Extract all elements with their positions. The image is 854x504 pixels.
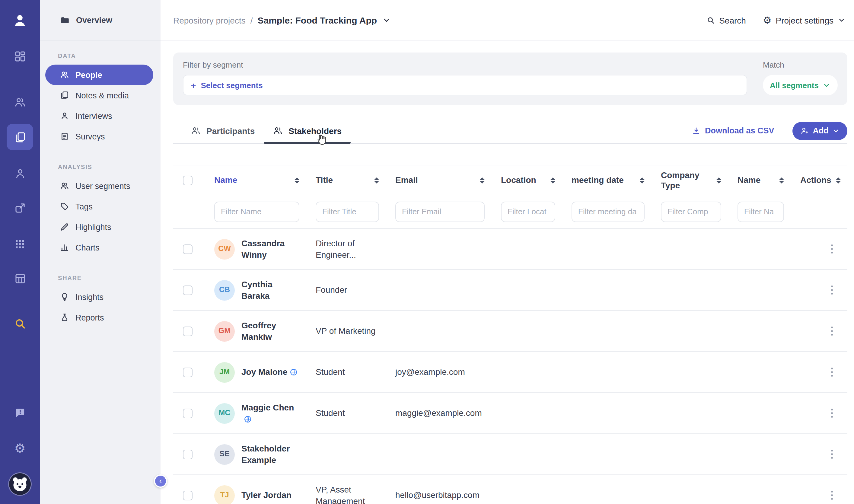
column-header-title[interactable]: Title [307, 175, 386, 185]
column-header-name[interactable]: Name [205, 175, 307, 185]
row-checkbox[interactable] [183, 244, 193, 254]
filter-meeting-date-input[interactable] [571, 201, 644, 222]
tab-participants[interactable]: Participants [182, 118, 264, 143]
sidebar-item-insights[interactable]: Insights [45, 287, 153, 307]
main-panel: Repository projects / Sample: Food Track… [161, 0, 854, 504]
row-checkbox[interactable] [183, 490, 193, 500]
add-label: Add [813, 126, 829, 135]
row-checkbox[interactable] [183, 367, 193, 377]
row-checkbox[interactable] [183, 285, 193, 295]
user-avatar[interactable] [9, 473, 31, 495]
sidebar-collapse-button[interactable]: ‹ [154, 474, 167, 488]
table-row[interactable]: GMGeoffrey Mankiw VP of Marketing [173, 310, 847, 351]
tab-label: Stakeholders [289, 126, 342, 136]
tab-stakeholders[interactable]: Stakeholders [264, 118, 351, 143]
avatar: JM [214, 362, 235, 382]
sort-icon[interactable] [779, 177, 784, 183]
sidebar-item-people[interactable]: People [45, 65, 153, 85]
notes-icon [60, 91, 69, 100]
rail-settings-button[interactable]: ⚙ [7, 435, 33, 462]
table-row[interactable]: CWCassandra Winny Director of Engineer..… [173, 228, 847, 269]
column-header-email[interactable]: Email [386, 175, 492, 185]
rail-export-button[interactable] [7, 194, 33, 221]
project-settings-button[interactable]: ⚙ Project settings [763, 15, 846, 25]
row-actions-kebab[interactable] [829, 283, 835, 297]
row-checkbox[interactable] [183, 408, 193, 418]
row-actions-kebab[interactable] [829, 447, 835, 461]
sort-icon[interactable] [480, 177, 485, 183]
column-header-name-2[interactable]: Name [728, 175, 791, 185]
column-header-location[interactable]: Location [492, 175, 563, 185]
rail-dashboard-button[interactable] [7, 43, 33, 69]
bar-chart-icon [60, 242, 69, 252]
sort-icon[interactable] [550, 177, 555, 183]
row-actions-kebab[interactable] [829, 406, 835, 420]
filter-email-input[interactable] [395, 201, 485, 222]
breadcrumb-separator: / [251, 15, 253, 25]
breadcrumb: Repository projects / Sample: Food Track… [173, 15, 391, 25]
sidebar-item-surveys[interactable]: Surveys [45, 126, 153, 147]
add-button[interactable]: Add [793, 122, 848, 140]
lightbulb-icon [60, 292, 69, 302]
filter-company-type-input[interactable] [661, 201, 721, 222]
table-row[interactable]: JMJoy Malone Student joy@example.com [173, 351, 847, 392]
select-all-checkbox[interactable] [183, 175, 193, 185]
row-actions-kebab[interactable] [829, 488, 835, 502]
row-actions-kebab[interactable] [829, 365, 835, 379]
filter-name-2-input[interactable] [738, 201, 784, 222]
sidebar-item-notes-media[interactable]: Notes & media [45, 85, 153, 106]
sidebar-item-reports[interactable]: Reports [45, 307, 153, 328]
filter-location-input[interactable] [501, 201, 555, 222]
search-button[interactable]: Search [706, 15, 746, 25]
download-csv-button[interactable]: Download as CSV [692, 126, 774, 135]
gear-icon: ⚙ [763, 15, 771, 25]
sidebar-item-charts[interactable]: Charts [45, 237, 153, 258]
row-checkbox[interactable] [183, 449, 193, 459]
sort-icon[interactable] [716, 177, 721, 183]
sidebar-item-label: Tags [75, 202, 93, 211]
rail-person-button[interactable] [7, 160, 33, 186]
rail-search-button[interactable] [7, 310, 33, 337]
person-name: Joy Malone [241, 367, 288, 377]
table-row[interactable]: SEStakeholder Example [173, 433, 847, 474]
sidebar-item-highlights[interactable]: Highlights [45, 217, 153, 237]
project-name: Sample: Food Tracking App [257, 15, 377, 25]
sidebar-item-overview[interactable]: Overview [40, 0, 161, 41]
column-header-actions[interactable]: Actions [791, 175, 848, 185]
sort-icon[interactable] [640, 177, 644, 183]
rail-notes-media-button[interactable] [7, 124, 33, 150]
rail-table-button[interactable] [7, 265, 33, 291]
sidebar-section-data: DATA [58, 53, 161, 59]
sidebar-item-tags[interactable]: Tags [45, 196, 153, 217]
rail-feedback-button[interactable] [7, 399, 33, 426]
folder-icon [60, 15, 70, 25]
table-row[interactable]: CBCynthia Baraka Founder [173, 269, 847, 310]
rail-people-button[interactable] [7, 89, 33, 115]
match-dropdown[interactable]: All segments [763, 75, 838, 95]
export-icon [14, 201, 26, 214]
breadcrumb-root-link[interactable]: Repository projects [173, 15, 246, 25]
app-rail: ⚙ [0, 0, 40, 504]
project-selector[interactable]: Sample: Food Tracking App [257, 15, 391, 25]
sort-icon[interactable] [294, 177, 299, 183]
row-checkbox[interactable] [183, 326, 193, 336]
row-actions-kebab[interactable] [829, 242, 835, 256]
sidebar-item-label: User segments [75, 181, 130, 191]
filter-title-input[interactable] [316, 201, 379, 222]
sidebar-item-user-segments[interactable]: User segments [45, 176, 153, 196]
sidebar-item-label: Charts [75, 243, 99, 252]
table-row[interactable]: MCMaggie Chen Student maggie@example.com [173, 392, 847, 433]
rail-grid-button[interactable] [7, 231, 33, 257]
column-header-meeting-date[interactable]: meeting date [563, 175, 652, 185]
column-header-company-type[interactable]: Company Type [652, 170, 728, 190]
row-actions-kebab[interactable] [829, 324, 835, 338]
sidebar-item-interviews[interactable]: Interviews [45, 106, 153, 126]
select-segments-button[interactable]: + Select segments [183, 75, 747, 95]
sort-icon[interactable] [374, 177, 379, 183]
table-row[interactable]: TJTyler Jordan VP, Asset Management hell… [173, 474, 847, 504]
person-icon [14, 167, 26, 180]
match-value: All segments [770, 80, 819, 90]
userbit-logo[interactable] [7, 7, 33, 34]
filter-name-input[interactable] [214, 201, 299, 222]
sort-icon[interactable] [836, 177, 841, 183]
